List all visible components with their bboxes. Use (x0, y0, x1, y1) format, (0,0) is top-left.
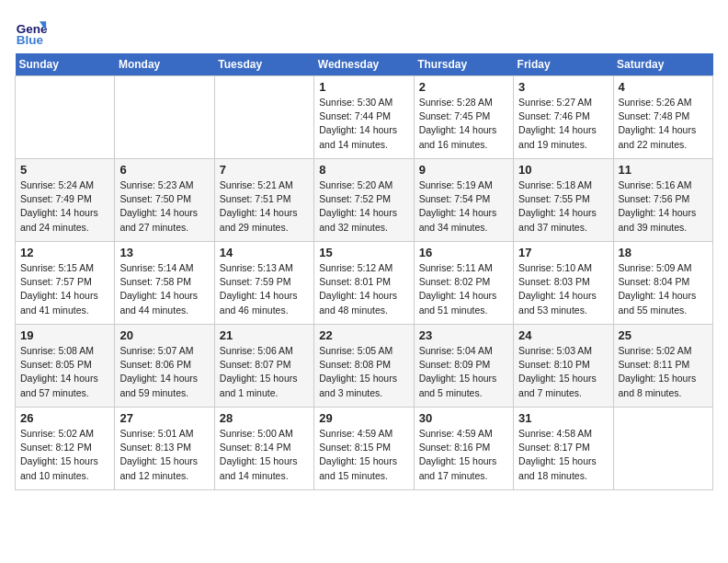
header-sunday: Sunday (16, 53, 115, 76)
day-info: Sunrise: 5:03 AM Sunset: 8:10 PM Dayligh… (518, 344, 608, 400)
day-number: 20 (119, 328, 209, 342)
day-number: 13 (119, 246, 209, 259)
day-cell: 5Sunrise: 5:24 AM Sunset: 7:49 PM Daylig… (16, 159, 115, 242)
day-number: 9 (419, 163, 508, 177)
day-info: Sunrise: 5:23 AM Sunset: 7:50 PM Dayligh… (119, 178, 209, 235)
header-saturday: Saturday (613, 53, 712, 76)
day-cell (16, 76, 115, 159)
day-cell: 31Sunrise: 4:58 AM Sunset: 8:17 PM Dayli… (514, 408, 613, 490)
day-number: 3 (518, 80, 608, 94)
logo-icon: General Blue (15, 15, 48, 48)
day-number: 16 (419, 246, 508, 259)
day-info: Sunrise: 5:15 AM Sunset: 7:57 PM Dayligh… (20, 261, 109, 317)
day-number: 1 (319, 80, 408, 94)
day-number: 10 (518, 163, 608, 177)
day-info: Sunrise: 5:08 AM Sunset: 8:05 PM Dayligh… (20, 344, 109, 400)
day-number: 18 (619, 246, 708, 259)
day-info: Sunrise: 5:18 AM Sunset: 7:55 PM Dayligh… (518, 178, 608, 235)
day-number: 28 (220, 411, 309, 425)
day-number: 7 (220, 163, 309, 177)
day-info: Sunrise: 5:09 AM Sunset: 8:04 PM Dayligh… (619, 261, 708, 317)
day-number: 30 (419, 411, 508, 425)
day-info: Sunrise: 5:13 AM Sunset: 7:59 PM Dayligh… (220, 261, 309, 317)
week-row-4: 19Sunrise: 5:08 AM Sunset: 8:05 PM Dayli… (16, 325, 713, 408)
week-row-1: 1Sunrise: 5:30 AM Sunset: 7:44 PM Daylig… (16, 76, 713, 159)
day-number: 6 (119, 163, 209, 177)
day-cell: 24Sunrise: 5:03 AM Sunset: 8:10 PM Dayli… (514, 325, 613, 408)
day-cell (115, 76, 214, 159)
day-cell: 21Sunrise: 5:06 AM Sunset: 8:07 PM Dayli… (214, 325, 313, 408)
day-info: Sunrise: 5:21 AM Sunset: 7:51 PM Dayligh… (220, 178, 309, 235)
day-info: Sunrise: 5:16 AM Sunset: 7:56 PM Dayligh… (619, 178, 708, 235)
day-number: 29 (319, 411, 408, 425)
day-info: Sunrise: 5:02 AM Sunset: 8:11 PM Dayligh… (619, 344, 708, 400)
day-cell: 14Sunrise: 5:13 AM Sunset: 7:59 PM Dayli… (214, 242, 313, 325)
day-info: Sunrise: 5:11 AM Sunset: 8:02 PM Dayligh… (419, 261, 508, 317)
week-row-5: 26Sunrise: 5:02 AM Sunset: 8:12 PM Dayli… (16, 408, 713, 490)
day-info: Sunrise: 5:06 AM Sunset: 8:07 PM Dayligh… (220, 344, 309, 400)
day-cell (613, 408, 712, 490)
day-info: Sunrise: 5:12 AM Sunset: 8:01 PM Dayligh… (319, 261, 408, 317)
day-number: 26 (20, 411, 109, 425)
calendar-table: SundayMondayTuesdayWednesdayThursdayFrid… (15, 53, 713, 490)
day-number: 17 (518, 246, 608, 259)
day-info: Sunrise: 5:27 AM Sunset: 7:46 PM Dayligh… (518, 96, 608, 152)
day-info: Sunrise: 5:05 AM Sunset: 8:08 PM Dayligh… (319, 344, 408, 400)
svg-text:Blue: Blue (17, 33, 44, 47)
header-wednesday: Wednesday (314, 53, 414, 76)
day-cell: 28Sunrise: 5:00 AM Sunset: 8:14 PM Dayli… (214, 408, 313, 490)
day-cell: 3Sunrise: 5:27 AM Sunset: 7:46 PM Daylig… (514, 76, 613, 159)
day-number: 4 (619, 80, 708, 94)
day-cell: 8Sunrise: 5:20 AM Sunset: 7:52 PM Daylig… (314, 159, 414, 242)
day-number: 12 (20, 246, 109, 259)
day-number: 24 (518, 328, 608, 342)
day-cell: 27Sunrise: 5:01 AM Sunset: 8:13 PM Dayli… (115, 408, 214, 490)
day-cell: 12Sunrise: 5:15 AM Sunset: 7:57 PM Dayli… (16, 242, 115, 325)
header-thursday: Thursday (414, 53, 513, 76)
day-cell: 29Sunrise: 4:59 AM Sunset: 8:15 PM Dayli… (314, 408, 414, 490)
day-number: 22 (319, 328, 408, 342)
day-number: 15 (319, 246, 408, 259)
day-info: Sunrise: 4:59 AM Sunset: 8:15 PM Dayligh… (319, 427, 408, 483)
day-cell (214, 76, 313, 159)
day-number: 25 (619, 328, 708, 342)
day-cell: 13Sunrise: 5:14 AM Sunset: 7:58 PM Dayli… (115, 242, 214, 325)
day-info: Sunrise: 5:28 AM Sunset: 7:45 PM Dayligh… (419, 96, 508, 152)
day-cell: 2Sunrise: 5:28 AM Sunset: 7:45 PM Daylig… (414, 76, 513, 159)
day-cell: 18Sunrise: 5:09 AM Sunset: 8:04 PM Dayli… (613, 242, 712, 325)
day-cell: 11Sunrise: 5:16 AM Sunset: 7:56 PM Dayli… (613, 159, 712, 242)
day-info: Sunrise: 4:59 AM Sunset: 8:16 PM Dayligh… (419, 427, 508, 483)
day-cell: 20Sunrise: 5:07 AM Sunset: 8:06 PM Dayli… (115, 325, 214, 408)
day-number: 23 (419, 328, 508, 342)
day-cell: 7Sunrise: 5:21 AM Sunset: 7:51 PM Daylig… (214, 159, 313, 242)
logo: General Blue (15, 15, 51, 48)
day-info: Sunrise: 5:19 AM Sunset: 7:54 PM Dayligh… (419, 178, 508, 235)
day-info: Sunrise: 5:07 AM Sunset: 8:06 PM Dayligh… (119, 344, 209, 400)
day-cell: 25Sunrise: 5:02 AM Sunset: 8:11 PM Dayli… (613, 325, 712, 408)
day-cell: 23Sunrise: 5:04 AM Sunset: 8:09 PM Dayli… (414, 325, 513, 408)
day-info: Sunrise: 5:00 AM Sunset: 8:14 PM Dayligh… (220, 427, 309, 483)
header-row: SundayMondayTuesdayWednesdayThursdayFrid… (16, 53, 713, 76)
day-cell: 10Sunrise: 5:18 AM Sunset: 7:55 PM Dayli… (514, 159, 613, 242)
day-number: 11 (619, 163, 708, 177)
day-number: 5 (20, 163, 109, 177)
day-cell: 6Sunrise: 5:23 AM Sunset: 7:50 PM Daylig… (115, 159, 214, 242)
day-cell: 26Sunrise: 5:02 AM Sunset: 8:12 PM Dayli… (16, 408, 115, 490)
day-number: 31 (518, 411, 608, 425)
day-cell: 4Sunrise: 5:26 AM Sunset: 7:48 PM Daylig… (613, 76, 712, 159)
day-number: 14 (220, 246, 309, 259)
day-cell: 9Sunrise: 5:19 AM Sunset: 7:54 PM Daylig… (414, 159, 513, 242)
day-cell: 17Sunrise: 5:10 AM Sunset: 8:03 PM Dayli… (514, 242, 613, 325)
day-info: Sunrise: 5:02 AM Sunset: 8:12 PM Dayligh… (20, 427, 109, 483)
week-row-2: 5Sunrise: 5:24 AM Sunset: 7:49 PM Daylig… (16, 159, 713, 242)
day-info: Sunrise: 5:30 AM Sunset: 7:44 PM Dayligh… (319, 96, 408, 152)
week-row-3: 12Sunrise: 5:15 AM Sunset: 7:57 PM Dayli… (16, 242, 713, 325)
day-cell: 1Sunrise: 5:30 AM Sunset: 7:44 PM Daylig… (314, 76, 414, 159)
day-cell: 22Sunrise: 5:05 AM Sunset: 8:08 PM Dayli… (314, 325, 414, 408)
page-header: General Blue (15, 15, 713, 48)
day-info: Sunrise: 5:01 AM Sunset: 8:13 PM Dayligh… (119, 427, 209, 483)
day-info: Sunrise: 5:24 AM Sunset: 7:49 PM Dayligh… (20, 178, 109, 235)
day-info: Sunrise: 5:10 AM Sunset: 8:03 PM Dayligh… (518, 261, 608, 317)
day-info: Sunrise: 5:04 AM Sunset: 8:09 PM Dayligh… (419, 344, 508, 400)
day-info: Sunrise: 4:58 AM Sunset: 8:17 PM Dayligh… (518, 427, 608, 483)
